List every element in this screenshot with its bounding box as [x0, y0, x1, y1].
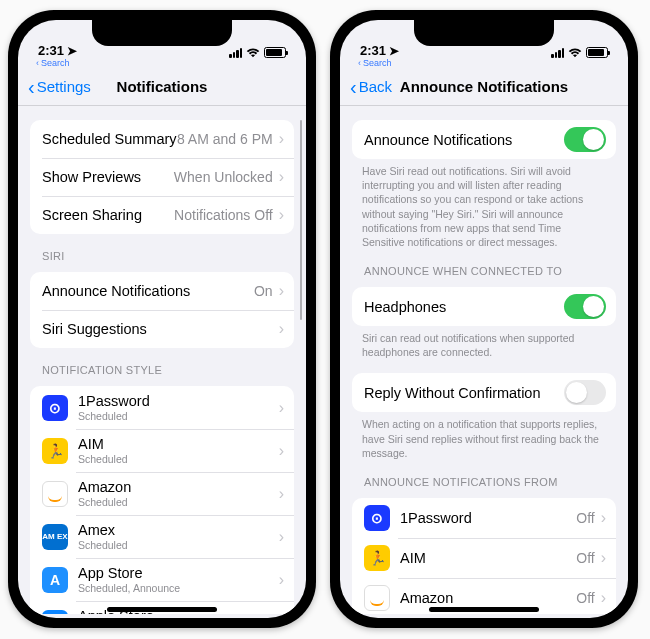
- chevron-left-icon: ‹: [350, 77, 357, 97]
- app-icon: [42, 481, 68, 507]
- section-header-siri: SIRI: [42, 250, 282, 262]
- toggle-reply[interactable]: [564, 380, 606, 405]
- chevron-left-icon: ‹: [358, 58, 361, 68]
- group-siri: Announce Notifications On › Siri Suggest…: [30, 272, 294, 348]
- app-row[interactable]: AM EXAmexScheduled›: [30, 515, 294, 558]
- row-screen-sharing[interactable]: Screen Sharing Notifications Off ›: [30, 196, 294, 234]
- row-announce-toggle: Announce Notifications: [352, 120, 616, 159]
- app-icon: ▢: [42, 610, 68, 615]
- footer-reply: When acting on a notification that suppo…: [362, 417, 606, 460]
- row-announce-notifications[interactable]: Announce Notifications On ›: [30, 272, 294, 310]
- app-row[interactable]: AmazonScheduled›: [30, 472, 294, 515]
- chevron-right-icon: ›: [279, 168, 284, 186]
- app-sub: Scheduled: [78, 539, 128, 551]
- battery-icon: [264, 47, 286, 58]
- chevron-right-icon: ›: [279, 399, 284, 417]
- app-icon: A: [42, 567, 68, 593]
- notch: [414, 20, 554, 46]
- chevron-right-icon: ›: [279, 485, 284, 503]
- chevron-right-icon: ›: [279, 614, 284, 615]
- status-time: 2:31: [38, 43, 64, 58]
- notch: [92, 20, 232, 46]
- app-value: Off: [576, 590, 598, 606]
- home-indicator: [107, 607, 217, 612]
- app-name: AIM: [400, 550, 426, 566]
- app-sub: Scheduled, Announce: [78, 582, 180, 594]
- chevron-right-icon: ›: [279, 282, 284, 300]
- nav-bar: ‹ Settings Notifications: [18, 68, 306, 106]
- status-time: 2:31: [360, 43, 386, 58]
- nav-bar: ‹ Back Announce Notifications: [340, 68, 628, 106]
- app-value: Off: [576, 550, 598, 566]
- wifi-icon: [246, 48, 260, 58]
- home-indicator: [429, 607, 539, 612]
- app-name: 1Password: [400, 510, 472, 526]
- group-apps: ⊙1PasswordScheduled›🏃AIMScheduled›Amazon…: [30, 386, 294, 614]
- row-reply-without-confirmation: Reply Without Confirmation: [352, 373, 616, 412]
- group-general: Scheduled Summary 8 AM and 6 PM › Show P…: [30, 120, 294, 234]
- row-scheduled-summary[interactable]: Scheduled Summary 8 AM and 6 PM ›: [30, 120, 294, 158]
- cellular-icon: [551, 48, 564, 58]
- app-name: Amex: [78, 522, 128, 538]
- group-headphones: Headphones: [352, 287, 616, 326]
- app-icon: 🏃: [364, 545, 390, 571]
- row-siri-suggestions[interactable]: Siri Suggestions ›: [30, 310, 294, 348]
- chevron-right-icon: ›: [279, 206, 284, 224]
- app-name: App Store: [78, 565, 180, 581]
- app-name: Amazon: [400, 590, 453, 606]
- location-icon: ➤: [389, 44, 399, 58]
- chevron-right-icon: ›: [279, 571, 284, 589]
- chevron-left-icon: ‹: [28, 77, 35, 97]
- app-row[interactable]: 🏃AIMOff›: [352, 538, 616, 578]
- chevron-right-icon: ›: [279, 320, 284, 338]
- app-value: Off: [576, 510, 598, 526]
- row-show-previews[interactable]: Show Previews When Unlocked ›: [30, 158, 294, 196]
- app-row[interactable]: 🏃AIMScheduled›: [30, 429, 294, 472]
- location-icon: ➤: [67, 44, 77, 58]
- breadcrumb[interactable]: ‹ Search: [18, 58, 306, 68]
- app-name: 1Password: [78, 393, 150, 409]
- app-sub: Scheduled: [78, 453, 128, 465]
- chevron-right-icon: ›: [601, 549, 606, 567]
- chevron-right-icon: ›: [601, 589, 606, 607]
- chevron-right-icon: ›: [279, 442, 284, 460]
- device-left: 2:31 ➤ ‹ Search ‹ Settings Notification: [8, 10, 316, 628]
- app-row[interactable]: ⊙1PasswordOff›: [352, 498, 616, 538]
- row-headphones: Headphones: [352, 287, 616, 326]
- chevron-right-icon: ›: [601, 509, 606, 527]
- section-header-style: NOTIFICATION STYLE: [42, 364, 282, 376]
- wifi-icon: [568, 48, 582, 58]
- chevron-right-icon: ›: [279, 528, 284, 546]
- app-icon: 🏃: [42, 438, 68, 464]
- group-from-apps: ⊙1PasswordOff›🏃AIMOff›AmazonOff›AM EXAme…: [352, 498, 616, 614]
- section-header-connected: ANNOUNCE WHEN CONNECTED TO: [364, 265, 604, 277]
- app-row[interactable]: AApp StoreScheduled, Announce›: [30, 558, 294, 601]
- footer-headphones: Siri can read out notifications when sup…: [362, 331, 606, 359]
- battery-icon: [586, 47, 608, 58]
- toggle-announce[interactable]: [564, 127, 606, 152]
- group-reply: Reply Without Confirmation: [352, 373, 616, 412]
- app-icon: ⊙: [42, 395, 68, 421]
- chevron-left-icon: ‹: [36, 58, 39, 68]
- app-sub: Scheduled: [78, 410, 150, 422]
- footer-announce: Have Siri read out notifications. Siri w…: [362, 164, 606, 249]
- app-name: Amazon: [78, 479, 131, 495]
- back-button[interactable]: ‹ Back: [340, 77, 392, 97]
- app-sub: Scheduled: [78, 496, 131, 508]
- cellular-icon: [229, 48, 242, 58]
- section-header-from: ANNOUNCE NOTIFICATIONS FROM: [364, 476, 604, 488]
- device-right: 2:31 ➤ ‹ Search ‹ Back Announce Notific: [330, 10, 638, 628]
- toggle-headphones[interactable]: [564, 294, 606, 319]
- back-button[interactable]: ‹ Settings: [18, 77, 91, 97]
- app-row[interactable]: ⊙1PasswordScheduled›: [30, 386, 294, 429]
- breadcrumb[interactable]: ‹ Search: [340, 58, 628, 68]
- group-announce: Announce Notifications: [352, 120, 616, 159]
- chevron-right-icon: ›: [279, 130, 284, 148]
- app-icon: [364, 585, 390, 611]
- app-icon: ⊙: [364, 505, 390, 531]
- app-icon: AM EX: [42, 524, 68, 550]
- scrollbar[interactable]: [300, 120, 303, 320]
- app-name: AIM: [78, 436, 128, 452]
